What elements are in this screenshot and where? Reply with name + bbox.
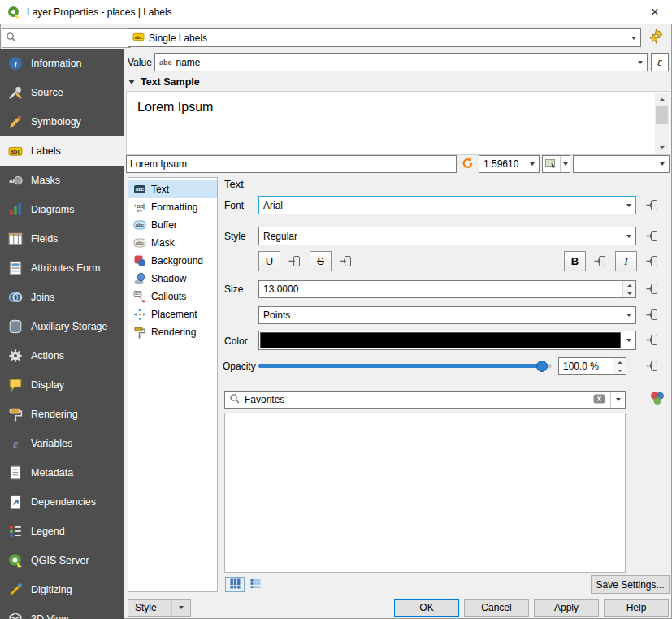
set-scale-from-map-button[interactable] bbox=[542, 155, 570, 173]
scrollbar-thumb[interactable] bbox=[656, 106, 668, 124]
chevron-down-icon[interactable] bbox=[622, 331, 635, 349]
icon-view-button[interactable] bbox=[225, 577, 245, 592]
search-icon bbox=[229, 393, 240, 406]
preview-background-combobox[interactable] bbox=[573, 155, 670, 173]
sidebar-item-variables[interactable]: ε Variables bbox=[0, 429, 124, 458]
apply-button[interactable]: Apply bbox=[534, 599, 599, 617]
sidebar-item-actions[interactable]: Actions bbox=[0, 341, 124, 370]
scroll-up-icon[interactable] bbox=[655, 93, 669, 106]
style-filter-box[interactable]: Favorites bbox=[224, 391, 626, 409]
tab-text[interactable]: abc Text bbox=[128, 180, 217, 198]
tab-placement[interactable]: Placement bbox=[128, 305, 217, 323]
text-color-button[interactable] bbox=[258, 331, 636, 350]
font-style-combobox[interactable]: Regular bbox=[258, 227, 636, 245]
size-data-defined-override-button[interactable] bbox=[641, 279, 662, 298]
sidebar-item-attributes-form[interactable]: Attributes Form bbox=[0, 253, 124, 283]
save-settings-button[interactable]: Save Settings... bbox=[591, 575, 670, 594]
preview-scrollbar[interactable] bbox=[655, 93, 669, 154]
tab-shadow[interactable]: Shadow bbox=[128, 270, 217, 288]
strikethrough-button[interactable]: S bbox=[310, 251, 332, 271]
qgis-server-icon bbox=[7, 552, 24, 569]
sidebar-search-box[interactable] bbox=[2, 28, 131, 48]
chevron-down-icon[interactable] bbox=[616, 398, 621, 401]
sidebar-item-label: Diagrams bbox=[31, 204, 75, 215]
tab-label: Rendering bbox=[151, 327, 196, 338]
automated-placement-settings-button[interactable] bbox=[645, 27, 667, 48]
italic-data-defined-override-button[interactable] bbox=[641, 252, 662, 271]
placement-gear-icon bbox=[648, 28, 664, 46]
strikethrough-data-defined-override-button[interactable] bbox=[335, 252, 356, 271]
mask-tab-icon: abc bbox=[132, 236, 146, 250]
sidebar-item-source[interactable]: Source bbox=[0, 78, 124, 107]
label-mode-combobox[interactable]: abc Single Labels bbox=[128, 28, 641, 47]
bold-button[interactable]: B bbox=[564, 251, 586, 271]
tab-mask[interactable]: abc Mask bbox=[128, 234, 217, 252]
opacity-slider[interactable] bbox=[258, 357, 552, 374]
size-unit-combobox[interactable]: Points bbox=[258, 306, 636, 324]
style-data-defined-override-button[interactable] bbox=[641, 227, 662, 245]
preview-scale-combobox[interactable]: 1:59610 bbox=[479, 155, 540, 173]
sidebar-item-diagrams[interactable]: Diagrams bbox=[0, 195, 124, 224]
rendering-tab-icon bbox=[132, 326, 146, 340]
sidebar-item-qgis-server[interactable]: QGIS Server bbox=[0, 546, 124, 575]
chevron-down-icon[interactable] bbox=[561, 162, 570, 166]
sidebar-item-fields[interactable]: Fields bbox=[0, 224, 124, 253]
color-data-defined-override-button[interactable] bbox=[641, 331, 662, 349]
size-spinbox[interactable]: 13.0000 bbox=[258, 280, 636, 298]
value-field-name: name bbox=[176, 57, 634, 68]
tab-label: Text bbox=[151, 184, 169, 195]
sidebar-item-display[interactable]: Display bbox=[0, 370, 124, 400]
sidebar-item-symbology[interactable]: Symbology bbox=[0, 107, 124, 136]
slider-handle[interactable] bbox=[536, 361, 548, 372]
sidebar-item-digitizing[interactable]: Digitizing bbox=[0, 575, 124, 604]
opacity-data-defined-override-button[interactable] bbox=[641, 357, 662, 375]
help-button[interactable]: Help bbox=[604, 599, 669, 617]
fields-icon bbox=[7, 230, 24, 248]
sidebar-item-dependencies[interactable]: Dependencies bbox=[0, 487, 124, 517]
scroll-down-icon[interactable] bbox=[655, 141, 669, 154]
tab-background[interactable]: Background bbox=[128, 252, 217, 270]
cancel-button[interactable]: Cancel bbox=[464, 599, 529, 617]
sidebar-item-labels[interactable]: abc Labels bbox=[0, 136, 124, 166]
reset-sample-button[interactable] bbox=[458, 155, 476, 173]
sidebar-item-auxiliary-storage[interactable]: Auxiliary Storage bbox=[0, 312, 124, 341]
spin-up-icon[interactable] bbox=[623, 281, 635, 289]
underline-data-defined-override-button[interactable] bbox=[284, 252, 305, 271]
unit-data-defined-override-button[interactable] bbox=[641, 305, 662, 324]
opacity-spinbox[interactable]: 100.0 % bbox=[558, 357, 626, 375]
style-menu-button[interactable]: Style bbox=[128, 599, 191, 617]
font-combobox[interactable]: Arial bbox=[258, 196, 636, 214]
sidebar-item-legend[interactable]: Legend bbox=[0, 517, 124, 546]
tab-rendering[interactable]: Rendering bbox=[128, 323, 217, 341]
sidebar-item-rendering[interactable]: Rendering bbox=[0, 400, 124, 429]
expression-builder-button[interactable]: ε bbox=[651, 53, 669, 71]
symbology-icon bbox=[7, 113, 24, 131]
spin-down-icon[interactable] bbox=[613, 366, 626, 374]
clear-filter-icon[interactable] bbox=[593, 394, 605, 406]
collapse-triangle-icon bbox=[128, 80, 135, 84]
italic-button[interactable]: I bbox=[615, 251, 637, 271]
text-sample-section-header[interactable]: Text Sample bbox=[128, 76, 200, 88]
font-data-defined-override-button[interactable] bbox=[641, 196, 662, 214]
sidebar-item-3d-view[interactable]: 3D View bbox=[0, 604, 124, 619]
tab-buffer[interactable]: abc Buffer bbox=[128, 216, 217, 234]
sidebar-item-metadata[interactable]: Metadata bbox=[0, 458, 124, 487]
sample-text-input[interactable] bbox=[126, 155, 457, 173]
value-field-combobox[interactable]: abc name bbox=[154, 53, 648, 71]
underline-button[interactable]: U bbox=[258, 251, 280, 271]
sidebar-item-label: Information bbox=[31, 58, 82, 69]
spin-up-icon[interactable] bbox=[613, 358, 626, 366]
sidebar-item-joins[interactable]: Joins bbox=[0, 283, 124, 312]
style-manager-button[interactable] bbox=[647, 388, 668, 409]
ok-button[interactable]: OK bbox=[394, 599, 459, 617]
search-input[interactable] bbox=[20, 32, 127, 45]
bold-data-defined-override-button[interactable] bbox=[589, 252, 610, 271]
tab-callouts[interactable]: abc Callouts bbox=[128, 288, 217, 305]
tab-formatting[interactable]: +ab Formatting bbox=[128, 198, 217, 216]
list-view-button[interactable] bbox=[247, 577, 264, 592]
sidebar-item-masks[interactable]: abc Masks bbox=[0, 166, 124, 195]
list-view-icon bbox=[250, 578, 261, 591]
sidebar-item-information[interactable]: i Information bbox=[0, 49, 124, 78]
spin-down-icon[interactable] bbox=[623, 289, 635, 297]
close-icon[interactable]: × bbox=[638, 0, 672, 24]
